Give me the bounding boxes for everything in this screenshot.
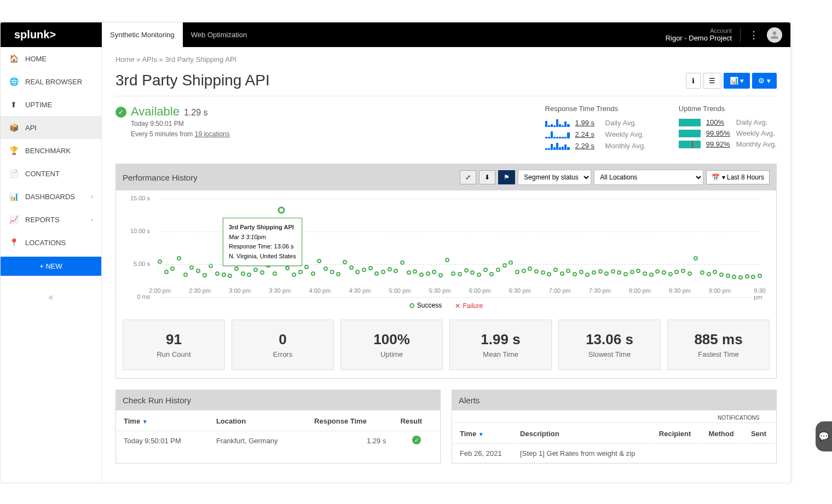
performance-chart[interactable]: 3rd Party Shipping API Mar 3 3:10pm Resp…	[127, 199, 765, 297]
locations-select[interactable]: All Locations	[594, 170, 703, 185]
success-check-icon: ✓	[412, 436, 421, 444]
nav-home-label: HOME	[25, 55, 47, 63]
sort-icon: ▼	[478, 431, 484, 437]
chart-dropdown-button[interactable]: 📊 ▾	[724, 73, 750, 89]
status-label: Available	[131, 105, 180, 119]
nav-content-label: CONTENT	[25, 170, 60, 178]
chat-widget[interactable]: 💬	[816, 421, 832, 451]
nav-dashboards[interactable]: 📊DASHBOARDS›	[1, 185, 101, 208]
resp-weekly-row: 2.24 s Weekly Avg.	[545, 130, 646, 138]
sort-icon: ▼	[142, 419, 148, 425]
stat-label: Uptime	[346, 350, 437, 358]
nav-home[interactable]: 🏠HOME	[1, 47, 101, 70]
stat-label: Errors	[238, 350, 328, 358]
tab-synthetic-monitoring[interactable]: Synthetic Monitoring	[102, 22, 183, 47]
nav-real-browser[interactable]: 🌐REAL BROWSER	[1, 70, 101, 93]
cell-location: Frankfurt, Germany	[210, 432, 307, 450]
col-time[interactable]: Time ▼	[117, 412, 209, 431]
account-project: Rigor - Demo Project	[666, 34, 732, 42]
stat-value: 100%	[346, 331, 437, 348]
download-button[interactable]: ⬇	[479, 170, 495, 184]
stat-label: Slowest Time	[564, 350, 655, 358]
up-daily-value[interactable]: 100%	[706, 118, 731, 126]
perf-title: Performance History	[123, 173, 198, 182]
tooltip-time: Mar 3 3:10pm	[229, 234, 266, 240]
more-menu-icon[interactable]: ⋮	[749, 29, 759, 41]
nav-locations[interactable]: 📍LOCATIONS	[1, 231, 101, 254]
collapse-sidebar-icon[interactable]: «	[1, 276, 101, 318]
resp-weekly-value[interactable]: 2.24 s	[575, 130, 600, 138]
home-icon: 🏠	[9, 54, 19, 63]
info-button[interactable]: ℹ	[686, 73, 701, 89]
chevron-right-icon: ›	[91, 193, 93, 200]
globe-icon: 🌐	[9, 77, 19, 86]
nav-uptime-label: UPTIME	[25, 101, 52, 109]
alert-col-sent[interactable]: Sent	[744, 424, 775, 444]
nav-uptime[interactable]: ⬆UPTIME	[1, 93, 101, 116]
crumb-current: 3rd Party Shipping API	[165, 55, 236, 63]
nav-reports[interactable]: 📈REPORTS›	[1, 208, 101, 231]
locations-link[interactable]: 19 locations	[195, 130, 230, 138]
nav-reports-label: REPORTS	[25, 216, 60, 224]
sparkline-icon	[545, 118, 570, 127]
up-monthly-value[interactable]: 99.92%	[706, 140, 731, 148]
nav-benchmark[interactable]: 🏆BENCHMARK	[1, 139, 101, 162]
brand-logo: splunk>	[1, 28, 102, 41]
sparkline-icon	[545, 141, 570, 150]
chart-tooltip: 3rd Party Shipping API Mar 3 3:10pm Resp…	[223, 218, 302, 266]
uptime-bar-icon	[679, 119, 701, 126]
breadcrumb: Home » APIs » 3rd Party Shipping API	[115, 55, 777, 63]
check-run-history-panel: Check Run History Time ▼ Location Respon…	[115, 390, 441, 464]
stat-card: 91Run Count	[123, 320, 225, 370]
status-when: Today 9:50:01 PM	[131, 119, 230, 129]
resp-daily-label: Daily Avg.	[605, 119, 637, 127]
new-button[interactable]: + NEW	[1, 257, 101, 276]
resp-monthly-value[interactable]: 2.29 s	[575, 142, 600, 150]
sparkline-icon	[545, 130, 570, 138]
table-row[interactable]: Feb 26, 2021 [Step 1] Get Rates from wei…	[453, 445, 775, 462]
alert-col-time[interactable]: Time ▼	[453, 424, 512, 444]
table-row[interactable]: Today 9:50:01 PM Frankfurt, Germany 1.29…	[117, 432, 439, 450]
resp-monthly-label: Monthly Avg.	[605, 142, 646, 150]
expand-button[interactable]: ⤢	[460, 170, 476, 184]
crumb-home[interactable]: Home	[115, 55, 135, 63]
cell-rt: 1.29 s	[308, 432, 392, 450]
col-result[interactable]: Result	[394, 412, 439, 431]
up-daily-row: 100% Daily Avg.	[679, 118, 777, 126]
segment-select[interactable]: Segment by status	[518, 170, 591, 185]
alerts-panel: Alerts NOTIFICATIONS Time ▼ Description …	[452, 390, 777, 464]
up-weekly-row: 99.95% Weekly Avg.	[679, 129, 777, 137]
tab-web-optimization[interactable]: Web Optimization	[183, 22, 255, 47]
tooltip-response: Response Time: 13.06 s	[229, 243, 294, 250]
date-range-button[interactable]: 📅 ▾ Last 8 Hours	[706, 170, 770, 184]
gauge-icon: 📊	[9, 192, 19, 201]
failure-x-icon: ✕	[455, 302, 460, 310]
resp-daily-value[interactable]: 1.99 s	[575, 119, 600, 127]
col-response-time[interactable]: Response Time	[308, 412, 392, 431]
up-weekly-value[interactable]: 99.95%	[706, 129, 731, 137]
flag-button[interactable]: ⚑	[498, 170, 515, 184]
stat-card: 100%Uptime	[340, 320, 443, 370]
alert-col-method[interactable]: Method	[702, 424, 743, 444]
settings-dropdown-button[interactable]: ⚙ ▾	[752, 73, 777, 89]
nav-api[interactable]: 📦API	[1, 116, 101, 139]
uptime-bar-icon	[679, 130, 701, 137]
stat-card: 885 msFastest Time	[667, 320, 770, 370]
nav-content[interactable]: 📄CONTENT	[1, 162, 101, 185]
user-avatar[interactable]	[767, 27, 782, 43]
tooltip-location: N. Virginia, United States	[229, 253, 296, 259]
list-button[interactable]: ☰	[703, 73, 721, 89]
cell-result: ✓	[394, 432, 439, 450]
crumb-apis[interactable]: APIs	[142, 55, 157, 63]
document-icon: 📄	[9, 169, 19, 178]
nav-real-label: REAL BROWSER	[25, 78, 82, 86]
nav-bench-label: BENCHMARK	[25, 147, 71, 155]
alert-col-recipient[interactable]: Recipient	[652, 424, 701, 444]
api-icon: 📦	[9, 123, 19, 132]
account-info[interactable]: Account Rigor - Demo Project	[666, 27, 741, 42]
col-location[interactable]: Location	[210, 412, 307, 431]
cell-time: Feb 26, 2021	[453, 445, 512, 462]
alert-col-desc[interactable]: Description	[513, 424, 651, 444]
success-dot-icon	[409, 303, 414, 308]
up-monthly-label: Monthly Avg.	[736, 140, 777, 148]
